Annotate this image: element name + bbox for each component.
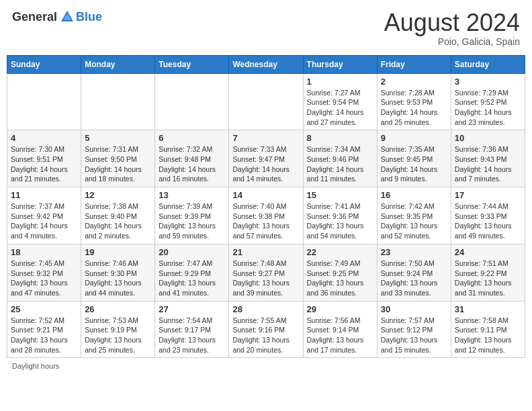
calendar-cell: 22Sunrise: 7:49 AMSunset: 9:25 PMDayligh… (303, 244, 377, 301)
header: General Blue August 2024 Poio, Galicia, … (7, 7, 525, 50)
day-number: 23 (381, 247, 447, 257)
calendar-cell: 10Sunrise: 7:36 AMSunset: 9:43 PMDayligh… (451, 130, 525, 187)
day-info: Sunrise: 7:57 AMSunset: 9:12 PMDaylight:… (381, 316, 447, 355)
day-number: 20 (159, 247, 225, 257)
calendar-cell (229, 73, 303, 130)
day-info: Sunrise: 7:46 AMSunset: 9:30 PMDaylight:… (85, 259, 151, 298)
day-info: Sunrise: 7:44 AMSunset: 9:33 PMDaylight:… (455, 201, 521, 241)
day-number: 11 (11, 190, 77, 200)
day-number: 31 (455, 304, 521, 314)
day-info: Sunrise: 7:27 AMSunset: 9:54 PMDaylight:… (307, 88, 373, 128)
title-block: August 2024 Poio, Galicia, Spain (384, 9, 520, 47)
day-number: 30 (381, 304, 447, 314)
calendar-cell: 5Sunrise: 7:31 AMSunset: 9:50 PMDaylight… (81, 130, 155, 187)
day-number: 29 (307, 304, 373, 314)
day-info: Sunrise: 7:32 AMSunset: 9:48 PMDaylight:… (159, 144, 225, 184)
day-info: Sunrise: 7:34 AMSunset: 9:46 PMDaylight:… (307, 144, 373, 184)
day-number: 25 (11, 304, 77, 314)
day-number: 16 (381, 190, 447, 200)
logo: General Blue (12, 9, 102, 24)
day-number: 7 (232, 133, 299, 143)
day-info: Sunrise: 7:35 AMSunset: 9:45 PMDaylight:… (381, 144, 447, 184)
calendar-cell: 19Sunrise: 7:46 AMSunset: 9:30 PMDayligh… (81, 244, 155, 301)
day-number: 9 (381, 133, 447, 143)
day-info: Sunrise: 7:53 AMSunset: 9:19 PMDaylight:… (85, 316, 151, 355)
day-info: Sunrise: 7:33 AMSunset: 9:47 PMDaylight:… (232, 144, 299, 184)
calendar-day-header: Thursday (303, 55, 377, 73)
day-number: 17 (455, 190, 521, 200)
calendar-cell: 16Sunrise: 7:42 AMSunset: 9:35 PMDayligh… (377, 187, 451, 244)
calendar-week-row: 4Sunrise: 7:30 AMSunset: 9:51 PMDaylight… (7, 130, 525, 187)
logo-icon (60, 9, 75, 24)
calendar-cell (155, 73, 229, 130)
day-number: 22 (307, 247, 373, 257)
calendar-header-row: SundayMondayTuesdayWednesdayThursdayFrid… (7, 55, 525, 73)
calendar-cell: 31Sunrise: 7:58 AMSunset: 9:11 PMDayligh… (451, 301, 525, 358)
calendar-cell: 24Sunrise: 7:51 AMSunset: 9:22 PMDayligh… (451, 244, 525, 301)
calendar-week-row: 1Sunrise: 7:27 AMSunset: 9:54 PMDaylight… (7, 73, 525, 130)
month-year: August 2024 (384, 9, 520, 36)
calendar-day-header: Monday (81, 55, 155, 73)
day-info: Sunrise: 7:42 AMSunset: 9:35 PMDaylight:… (381, 201, 447, 241)
day-info: Sunrise: 7:28 AMSunset: 9:53 PMDaylight:… (381, 88, 447, 128)
day-number: 12 (85, 190, 151, 200)
day-info: Sunrise: 7:45 AMSunset: 9:32 PMDaylight:… (11, 259, 77, 298)
day-info: Sunrise: 7:56 AMSunset: 9:14 PMDaylight:… (307, 316, 373, 355)
day-number: 15 (307, 190, 373, 200)
day-number: 3 (455, 77, 521, 87)
calendar-cell: 14Sunrise: 7:40 AMSunset: 9:38 PMDayligh… (229, 187, 303, 244)
calendar-cell (7, 73, 81, 130)
day-info: Sunrise: 7:39 AMSunset: 9:39 PMDaylight:… (159, 201, 225, 241)
day-info: Sunrise: 7:51 AMSunset: 9:22 PMDaylight:… (455, 259, 521, 298)
calendar-cell: 15Sunrise: 7:41 AMSunset: 9:36 PMDayligh… (303, 187, 377, 244)
footer: Daylight hours (7, 362, 525, 370)
calendar-cell: 12Sunrise: 7:38 AMSunset: 9:40 PMDayligh… (81, 187, 155, 244)
day-info: Sunrise: 7:49 AMSunset: 9:25 PMDaylight:… (307, 259, 373, 298)
calendar-day-header: Friday (377, 55, 451, 73)
calendar-day-header: Tuesday (155, 55, 229, 73)
calendar-cell: 11Sunrise: 7:37 AMSunset: 9:42 PMDayligh… (7, 187, 81, 244)
calendar-cell: 25Sunrise: 7:52 AMSunset: 9:21 PMDayligh… (7, 301, 81, 358)
day-number: 1 (307, 77, 373, 87)
calendar-cell: 9Sunrise: 7:35 AMSunset: 9:45 PMDaylight… (377, 130, 451, 187)
day-info: Sunrise: 7:30 AMSunset: 9:51 PMDaylight:… (11, 144, 77, 184)
calendar-day-header: Saturday (451, 55, 525, 73)
calendar-cell: 30Sunrise: 7:57 AMSunset: 9:12 PMDayligh… (377, 301, 451, 358)
day-number: 24 (455, 247, 521, 257)
day-number: 18 (11, 247, 77, 257)
calendar-cell: 6Sunrise: 7:32 AMSunset: 9:48 PMDaylight… (155, 130, 229, 187)
calendar-week-row: 18Sunrise: 7:45 AMSunset: 9:32 PMDayligh… (7, 244, 525, 301)
calendar-cell: 3Sunrise: 7:29 AMSunset: 9:52 PMDaylight… (451, 73, 525, 130)
calendar-cell: 26Sunrise: 7:53 AMSunset: 9:19 PMDayligh… (81, 301, 155, 358)
logo-text-general: General (12, 10, 57, 24)
calendar-cell: 28Sunrise: 7:55 AMSunset: 9:16 PMDayligh… (229, 301, 303, 358)
calendar-cell: 2Sunrise: 7:28 AMSunset: 9:53 PMDaylight… (377, 73, 451, 130)
calendar-cell: 23Sunrise: 7:50 AMSunset: 9:24 PMDayligh… (377, 244, 451, 301)
day-info: Sunrise: 7:38 AMSunset: 9:40 PMDaylight:… (85, 201, 151, 241)
day-number: 14 (232, 190, 299, 200)
day-info: Sunrise: 7:52 AMSunset: 9:21 PMDaylight:… (11, 316, 77, 355)
location: Poio, Galicia, Spain (384, 36, 520, 47)
calendar-day-header: Wednesday (229, 55, 303, 73)
day-number: 5 (85, 133, 151, 143)
calendar-cell: 1Sunrise: 7:27 AMSunset: 9:54 PMDaylight… (303, 73, 377, 130)
day-number: 26 (85, 304, 151, 314)
calendar-week-row: 11Sunrise: 7:37 AMSunset: 9:42 PMDayligh… (7, 187, 525, 244)
day-number: 21 (232, 247, 299, 257)
day-number: 4 (11, 133, 77, 143)
day-number: 13 (159, 190, 225, 200)
calendar-cell: 13Sunrise: 7:39 AMSunset: 9:39 PMDayligh… (155, 187, 229, 244)
day-number: 27 (159, 304, 225, 314)
calendar-table: SundayMondayTuesdayWednesdayThursdayFrid… (7, 55, 525, 359)
day-info: Sunrise: 7:41 AMSunset: 9:36 PMDaylight:… (307, 201, 373, 241)
calendar-cell (81, 73, 155, 130)
day-info: Sunrise: 7:58 AMSunset: 9:11 PMDaylight:… (455, 316, 521, 355)
calendar-cell: 18Sunrise: 7:45 AMSunset: 9:32 PMDayligh… (7, 244, 81, 301)
footer-label: Daylight hours (12, 362, 59, 370)
day-number: 2 (381, 77, 447, 87)
logo-text-blue: Blue (76, 10, 102, 24)
day-number: 8 (307, 133, 373, 143)
calendar-cell: 27Sunrise: 7:54 AMSunset: 9:17 PMDayligh… (155, 301, 229, 358)
day-info: Sunrise: 7:37 AMSunset: 9:42 PMDaylight:… (11, 201, 77, 241)
calendar-cell: 29Sunrise: 7:56 AMSunset: 9:14 PMDayligh… (303, 301, 377, 358)
